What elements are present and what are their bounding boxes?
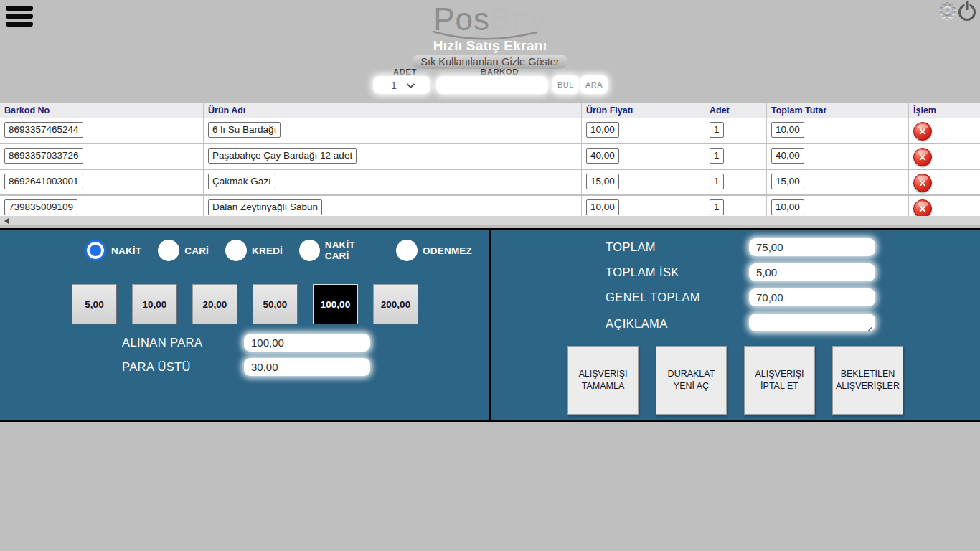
product-name-field[interactable]: 6 lı Su Bardağı	[208, 122, 281, 138]
product-name-field[interactable]: Paşabahçe Çay Bardağı 12 adet	[208, 148, 357, 164]
page-title: Hızlı Satış Ekranı	[0, 38, 980, 54]
radio-nakit[interactable]: NAKİT	[85, 240, 141, 261]
table-horizontal-scrollbar[interactable]	[0, 216, 980, 225]
total-discount-label: TOPLAM İSK	[606, 265, 749, 279]
price-field[interactable]: 15,00	[586, 174, 619, 189]
table-row: 8693357465244 6 lı Su Bardağı 10,00 1 10…	[0, 118, 980, 143]
pause-open-new-button[interactable]: DURAKLAT YENİ AÇ	[656, 346, 727, 415]
barcode-field[interactable]: 739835009109	[4, 199, 77, 215]
total-field[interactable]: 15,00	[771, 174, 804, 189]
total-field[interactable]: 10,00	[771, 199, 804, 215]
table-header-row: Barkod No Ürün Adı Ürün Fiyatı Adet Topl…	[0, 103, 980, 118]
barcode-label: BARKOD	[481, 67, 519, 76]
delete-row-icon[interactable]: ✕	[913, 122, 932, 141]
received-money-input[interactable]	[244, 334, 370, 352]
description-label: AÇIKLAMA	[606, 317, 749, 331]
sale-action-buttons: ALIŞVERİŞİ TAMAMLA DURAKLAT YENİ AÇ ALIŞ…	[567, 346, 903, 415]
product-name-field[interactable]: Çakmak Gazı	[208, 174, 275, 189]
total-discount-input[interactable]	[749, 263, 875, 281]
complete-sale-button[interactable]: ALIŞVERİŞİ TAMAMLA	[567, 346, 639, 415]
quantity-field[interactable]: 1	[710, 122, 724, 138]
col-header-urun-fiyati: Ürün Fiyatı	[581, 103, 705, 118]
barcode-input[interactable]	[436, 76, 548, 94]
col-header-barkod: Barkod No	[0, 103, 203, 118]
denomination-button-200[interactable]: 200,00	[373, 284, 418, 324]
denomination-buttons: 5,00 10,00 20,00 50,00 100,00 200,00	[72, 284, 418, 324]
radio-selected-icon[interactable]	[85, 240, 106, 261]
product-name-field[interactable]: Dalan Zeytinyağlı Sabun	[208, 199, 322, 215]
payment-method-radios: NAKİT CARİ KREDİ NAKİT CARİ ODENMEZ	[85, 240, 489, 261]
delete-row-icon[interactable]: ✕	[913, 174, 932, 192]
change-input[interactable]	[244, 358, 370, 376]
col-header-adet: Adet	[705, 103, 766, 118]
price-field[interactable]: 10,00	[586, 122, 619, 138]
chevron-down-icon	[407, 80, 415, 88]
denomination-button-5[interactable]: 5,00	[72, 284, 117, 324]
received-money-label: ALINAN PARA	[122, 336, 244, 349]
total-field[interactable]: 40,00	[771, 148, 804, 164]
total-label: TOPLAM	[606, 240, 749, 254]
col-header-urun-adi: Ürün Adı	[203, 103, 581, 118]
col-header-toplam-tutar: Toplam Tutar	[766, 103, 908, 118]
total-input[interactable]	[749, 238, 875, 256]
description-textarea[interactable]	[749, 314, 875, 331]
radio-kredi[interactable]: KREDİ	[225, 240, 283, 261]
grand-total-label: GENEL TOPLAM	[606, 291, 749, 304]
quantity-value: 1	[391, 80, 397, 91]
barcode-field[interactable]: 8692641003001	[4, 174, 83, 189]
quantity-field[interactable]: 1	[710, 148, 724, 164]
sale-items-table: Barkod No Ürün Adı Ürün Fiyatı Adet Topl…	[0, 103, 980, 222]
denomination-button-20[interactable]: 20,00	[192, 284, 237, 324]
payment-panel: NAKİT CARİ KREDİ NAKİT CARİ ODENMEZ 5,00…	[0, 228, 490, 422]
quantity-field[interactable]: 1	[710, 174, 724, 189]
delete-row-icon[interactable]: ✕	[913, 148, 932, 166]
radio-nakit-cari[interactable]: NAKİT CARİ	[299, 240, 380, 261]
radio-odenmez[interactable]: ODENMEZ	[396, 240, 472, 261]
quantity-field[interactable]: 1	[710, 199, 724, 215]
find-button[interactable]: BUL	[552, 75, 579, 94]
barcode-field[interactable]: 8693357033726	[4, 148, 83, 164]
col-header-islem: İşlem	[908, 103, 980, 118]
total-field[interactable]: 10,00	[771, 122, 804, 138]
summary-panel: TOPLAM TOPLAM İSK GENEL TOPLAM AÇIKLAMA …	[490, 228, 980, 422]
table-row: 8693357033726 Paşabahçe Çay Bardağı 12 a…	[0, 144, 980, 169]
held-sales-button[interactable]: BEKLETİLEN ALIŞVERİŞLER	[832, 346, 903, 415]
price-field[interactable]: 40,00	[586, 148, 619, 164]
denomination-button-10[interactable]: 10,00	[132, 284, 177, 324]
quantity-select[interactable]: 1	[373, 76, 430, 94]
quantity-label: ADET	[393, 67, 417, 76]
radio-icon[interactable]	[299, 240, 320, 261]
scroll-left-arrow-icon[interactable]	[4, 218, 9, 224]
radio-icon[interactable]	[225, 240, 247, 261]
radio-cari[interactable]: CARİ	[158, 240, 209, 261]
table-row: 8692641003001 Çakmak Gazı 15,00 1 15,00 …	[0, 170, 980, 194]
radio-icon[interactable]	[158, 240, 179, 261]
barcode-field[interactable]: 8693357465244	[4, 122, 83, 138]
denomination-button-100[interactable]: 100,00	[313, 284, 358, 324]
change-label: PARA ÜSTÜ	[122, 360, 244, 374]
grand-total-input[interactable]	[749, 288, 875, 306]
radio-icon[interactable]	[396, 240, 418, 261]
cancel-sale-button[interactable]: ALIŞVERİŞİ İPTAL ET	[744, 346, 815, 415]
price-field[interactable]: 10,00	[586, 199, 619, 215]
search-button[interactable]: ARA	[580, 75, 608, 94]
denomination-button-50[interactable]: 50,00	[253, 284, 298, 324]
favorites-toggle-button[interactable]: Sık Kullanılanları Gizle Göster	[412, 55, 567, 69]
